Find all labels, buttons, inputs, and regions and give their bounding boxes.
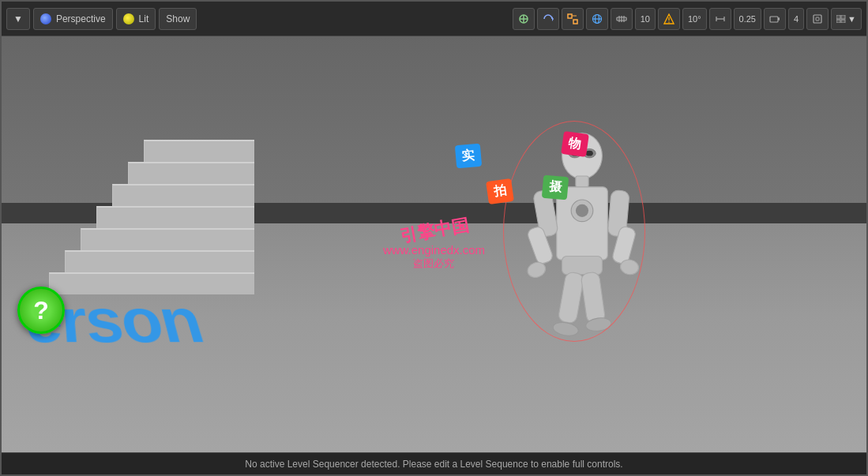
svg-rect-26 <box>836 20 840 23</box>
app-container: ▼ Perspective Lit Show <box>0 0 868 476</box>
viewport-options-btn[interactable]: ▼ <box>831 8 862 30</box>
label-pai: 拍 <box>486 178 514 204</box>
status-bar: No active Level Sequencer detected. Plea… <box>2 452 866 474</box>
scale-snap-icon-btn[interactable] <box>709 8 731 30</box>
viewport[interactable]: erson <box>2 36 866 452</box>
transform-icon-btn[interactable] <box>513 8 535 30</box>
label-wu: 物 <box>561 131 589 157</box>
world-icon-btn[interactable] <box>586 8 608 30</box>
svg-marker-3 <box>552 17 554 21</box>
view-dropdown-btn[interactable]: ▼ <box>6 8 30 30</box>
svg-rect-5 <box>573 20 577 24</box>
svg-point-16 <box>668 21 670 23</box>
angle-snap-value: 10° <box>688 14 701 24</box>
stair-step-6 <box>128 162 254 184</box>
stair-step-3 <box>81 228 254 250</box>
toolbar: ▼ Perspective Lit Show <box>2 2 866 36</box>
robot-container: 实 物 拍 摄 <box>519 129 645 365</box>
svg-rect-27 <box>841 20 845 23</box>
grid-snap-value: 10 <box>641 14 650 24</box>
label-shi: 实 <box>455 144 482 169</box>
lit-icon <box>123 13 134 24</box>
svg-rect-20 <box>770 17 778 22</box>
rotate-icon-btn[interactable] <box>537 8 559 30</box>
stair-step-7 <box>144 140 254 162</box>
dropdown-arrow-icon: ▼ <box>13 13 23 24</box>
stair-step-4 <box>96 206 254 228</box>
snap-settings-btn[interactable] <box>611 8 633 30</box>
svg-rect-23 <box>816 17 819 21</box>
scale-snap-value-btn[interactable]: 0.25 <box>734 8 761 30</box>
maximize-icon-btn[interactable] <box>806 8 829 30</box>
angle-snap-btn[interactable]: 10° <box>682 8 707 30</box>
lit-label: Lit <box>139 13 149 24</box>
perspective-btn[interactable]: Perspective <box>33 8 113 30</box>
stair-step-5 <box>112 184 254 206</box>
grid-snap-btn[interactable]: 10 <box>635 8 656 30</box>
show-label: Show <box>166 13 190 24</box>
camera-speed-value: 4 <box>794 14 798 24</box>
status-message: No active Level Sequencer detected. Plea… <box>245 459 622 470</box>
chevron-down-icon: ▼ <box>847 14 856 24</box>
scale-icon-btn[interactable] <box>562 8 584 30</box>
toolbar-right: 10 10° 0.25 4 <box>513 8 862 30</box>
stairs <box>49 121 286 294</box>
perspective-label: Perspective <box>56 13 106 24</box>
svg-rect-22 <box>814 15 821 23</box>
scale-snap-value: 0.25 <box>739 14 756 24</box>
show-btn[interactable]: Show <box>159 8 197 30</box>
lit-btn[interactable]: Lit <box>116 8 156 30</box>
camera-speed-btn[interactable]: 4 <box>788 8 804 30</box>
svg-rect-4 <box>568 14 572 18</box>
camera-icon-btn[interactable] <box>764 8 786 30</box>
svg-rect-24 <box>836 15 840 19</box>
stair-step-2 <box>65 250 254 272</box>
svg-rect-25 <box>841 15 845 19</box>
help-button[interactable]: ? <box>17 287 65 334</box>
label-she: 摄 <box>542 175 569 201</box>
warning-icon-btn[interactable] <box>658 8 680 30</box>
perspective-icon <box>40 13 51 24</box>
